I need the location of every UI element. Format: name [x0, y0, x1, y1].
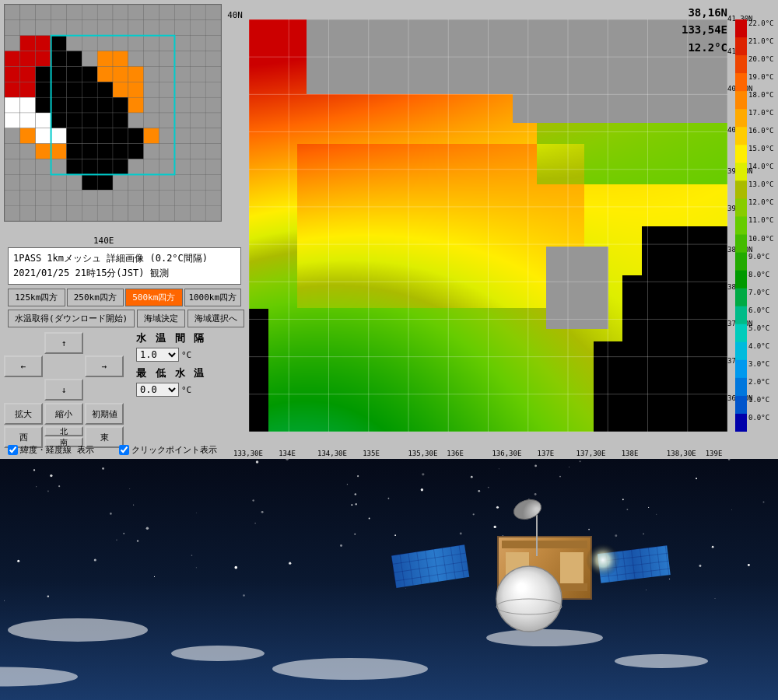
- legend-label-15: 7.0°C: [748, 289, 769, 296]
- legend-label-5: 17.0°C: [748, 109, 774, 117]
- north-btn[interactable]: 北: [44, 426, 83, 436]
- x-label-8: 137,30E: [576, 450, 605, 457]
- legend-label-4: 18.0°C: [748, 91, 774, 99]
- x-label-0: 133,30E: [233, 450, 263, 457]
- legend-label-2: 20.0°C: [748, 55, 774, 63]
- zoom-in-btn[interactable]: 拡大: [4, 403, 43, 425]
- legend-label-14: 8.0°C: [748, 271, 769, 278]
- cb-lat-lon-lines-label: 緯度・経度線 表示: [20, 444, 94, 456]
- x-label-1: 134E: [279, 450, 296, 457]
- legend-label-13: 9.0°C: [748, 253, 769, 261]
- legend-label-8: 14.0°C: [748, 163, 774, 170]
- x-axis: 133,30E134E134,30E135E135,30E136E136,30E…: [249, 439, 727, 459]
- legend-label-10: 12.0°C: [748, 198, 774, 206]
- map-label-lat: 40N: [227, 10, 243, 20]
- sea-select-btn[interactable]: 海域選択へ: [187, 310, 244, 327]
- legend-label-20: 2.0°C: [748, 378, 769, 386]
- x-label-11: 139E: [706, 450, 723, 457]
- min-temp-unit: °C: [181, 385, 191, 395]
- coord-lon: 133,54E: [682, 21, 727, 38]
- download-row: 水温取得(ダウンロード開始) 海域決定 海域選択へ: [8, 310, 241, 327]
- x-label-6: 136,30E: [492, 450, 521, 457]
- coord-lat: 38,16N: [682, 4, 727, 21]
- legend-label-3: 19.0°C: [748, 73, 774, 81]
- x-label-7: 137E: [538, 450, 555, 457]
- x-label-4: 135,30E: [408, 450, 437, 457]
- legend-label-1: 21.0°C: [748, 37, 774, 45]
- temp-interval-select[interactable]: 1.0 0.2 0.5 2.0: [136, 348, 179, 362]
- legend-label-12: 10.0°C: [748, 235, 774, 243]
- left-panel: 140E 40N 1PASS 1kmメッシュ 詳細画像 (0.2°C間隔) 20…: [0, 0, 249, 459]
- overview-map[interactable]: [4, 4, 222, 222]
- grid-btn-250[interactable]: 250km四方: [67, 289, 124, 306]
- arrow-left-btn[interactable]: ←: [4, 355, 43, 377]
- arrow-up-btn[interactable]: ↑: [44, 332, 83, 354]
- zoom-out-btn[interactable]: 縮小: [44, 403, 83, 425]
- legend-label-9: 13.0°C: [748, 180, 774, 188]
- top-panel: 140E 40N 1PASS 1kmメッシュ 詳細画像 (0.2°C間隔) 20…: [0, 0, 778, 459]
- coord-info: 38,16N 133,54E 12.2°C: [682, 4, 727, 56]
- x-label-2: 134,30E: [317, 450, 347, 457]
- legend-label-0: 22.0°C: [748, 19, 774, 27]
- cb-click-point-label: クリックポイント表示: [131, 444, 217, 456]
- temp-interval-unit: °C: [181, 350, 191, 360]
- grid-btn-125[interactable]: 125km四方: [8, 289, 65, 306]
- legend-label-6: 16.0°C: [748, 127, 774, 135]
- grid-btn-500[interactable]: 500km四方: [125, 289, 183, 306]
- cb-click-point[interactable]: [119, 445, 129, 455]
- legend-label-22: 0.0°C: [748, 414, 769, 422]
- min-temp-select[interactable]: 0.0 5.0 10.0: [136, 383, 179, 397]
- x-label-10: 138,30E: [667, 450, 696, 457]
- sea-region-btn[interactable]: 海域決定: [137, 310, 185, 327]
- download-btn[interactable]: 水温取得(ダウンロード開始): [8, 310, 135, 327]
- grid-buttons: 125km四方 250km四方 500km四方 1000km四方: [8, 289, 241, 306]
- legend-label-19: 3.0°C: [748, 360, 769, 368]
- map-label-lon: 140E: [93, 236, 114, 246]
- satellite-scene: [0, 459, 778, 700]
- legend-label-21: 1.0°C: [748, 396, 769, 404]
- info-line1: 1PASS 1kmメッシュ 詳細画像 (0.2°C間隔): [13, 251, 236, 266]
- min-temp-label: 最 低 水 温: [136, 366, 205, 380]
- info-line2: 2021/01/25 21時15分(JST) 観測: [13, 266, 236, 281]
- legend-label-18: 4.0°C: [748, 342, 769, 350]
- legend-label-17: 5.0°C: [748, 324, 769, 332]
- legend-label-7: 15.0°C: [748, 145, 774, 152]
- main-temp-map[interactable]: [249, 19, 727, 432]
- cb-lat-lon-lines[interactable]: [8, 445, 18, 455]
- legend-label-11: 11.0°C: [748, 216, 774, 224]
- x-label-3: 135E: [363, 450, 380, 457]
- arrow-grid: ↑ ← → ↓: [4, 332, 128, 401]
- temp-interval-label: 水 温 間 隔: [136, 331, 205, 345]
- main-map-area: 38,16N 133,54E 12.2°C 133,30E134E134,30E…: [249, 0, 778, 459]
- legend-label-16: 6.0°C: [748, 306, 769, 314]
- zoom-grid: 拡大 縮小 初期値: [4, 403, 128, 425]
- x-label-5: 136E: [447, 450, 464, 457]
- legend-text: 22.0°C21.0°C20.0°C19.0°C18.0°C17.0°C16.0…: [747, 19, 778, 432]
- x-label-9: 138E: [622, 450, 639, 457]
- legend-gradient: [735, 19, 747, 432]
- arrow-down-btn[interactable]: ↓: [44, 379, 83, 401]
- color-legend: 22.0°C21.0°C20.0°C19.0°C18.0°C17.0°C16.0…: [735, 19, 778, 432]
- info-box: 1PASS 1kmメッシュ 詳細画像 (0.2°C間隔) 2021/01/25 …: [8, 247, 241, 285]
- reset-btn[interactable]: 初期値: [85, 403, 124, 425]
- grid-btn-1000[interactable]: 1000km四方: [184, 289, 242, 306]
- bottom-panel: [0, 459, 778, 700]
- arrow-right-btn[interactable]: →: [85, 355, 124, 377]
- coord-temp: 12.2°C: [682, 39, 727, 56]
